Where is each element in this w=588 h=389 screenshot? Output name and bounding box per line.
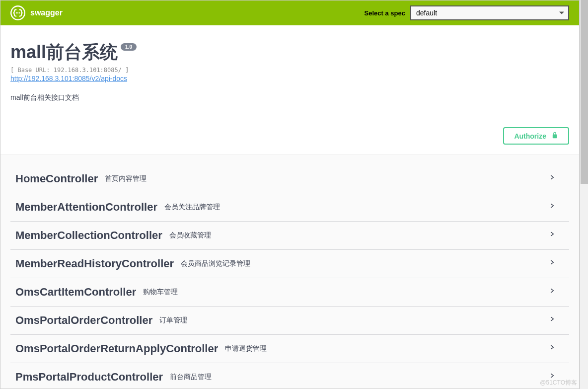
- main-scroll-container[interactable]: swagger Select a spec default mall前台系统 1…: [0, 0, 580, 389]
- spec-selector-label: Select a spec: [365, 9, 405, 17]
- api-version-badge: 1.0: [121, 43, 137, 51]
- tag-header[interactable]: MemberCollectionController会员收藏管理: [10, 222, 569, 249]
- svg-point-1: [16, 12, 17, 13]
- tag-description: 会员关注品牌管理: [164, 203, 549, 212]
- tag-section: MemberReadHistoryController会员商品浏览记录管理: [10, 250, 569, 278]
- svg-point-3: [19, 12, 20, 13]
- tag-name: MemberReadHistoryController: [15, 257, 174, 270]
- topbar: swagger Select a spec default: [0, 0, 579, 25]
- tag-name: OmsCartItemController: [15, 286, 136, 299]
- tag-name: HomeController: [15, 172, 98, 185]
- tag-section: OmsPortalOrderReturnApplyController申请退货管…: [10, 335, 569, 363]
- scheme-container: Authorize: [0, 117, 579, 155]
- tag-header[interactable]: MemberReadHistoryController会员商品浏览记录管理: [10, 250, 569, 278]
- chevron-right-icon: [549, 287, 559, 297]
- svg-point-2: [17, 12, 18, 13]
- api-description: mall前台相关接口文档: [10, 93, 569, 102]
- authorize-button[interactable]: Authorize: [503, 127, 569, 145]
- lock-icon: [551, 132, 558, 140]
- scrollbar-thumb[interactable]: [581, 0, 588, 184]
- chevron-right-icon: [549, 231, 559, 240]
- tag-description: 首页内容管理: [105, 174, 549, 183]
- tag-header[interactable]: OmsCartItemController购物车管理: [10, 278, 569, 306]
- tag-section: MemberCollectionController会员收藏管理: [10, 222, 569, 250]
- tag-description: 申请退货管理: [225, 344, 549, 353]
- chevron-right-icon: [549, 344, 559, 354]
- tag-section: MemberAttentionController会员关注品牌管理: [10, 193, 569, 222]
- chevron-right-icon: [549, 315, 559, 325]
- spec-select[interactable]: default: [410, 5, 569, 20]
- tag-name: MemberAttentionController: [15, 201, 157, 214]
- tag-header[interactable]: MemberAttentionController会员关注品牌管理: [10, 193, 569, 221]
- swagger-logo-icon: [10, 5, 25, 20]
- api-docs-link[interactable]: http://192.168.3.101:8085/v2/api-docs: [10, 75, 127, 82]
- chevron-right-icon: [549, 174, 559, 184]
- tag-name: MemberCollectionController: [15, 229, 162, 242]
- swagger-logo: swagger: [10, 5, 63, 20]
- tag-section: PmsPortalProductController前台商品管理: [10, 363, 569, 389]
- tag-name: OmsPortalOrderReturnApplyController: [15, 342, 218, 355]
- scrollbar-track[interactable]: [580, 0, 588, 389]
- tag-description: 购物车管理: [143, 288, 549, 297]
- chevron-right-icon: [549, 202, 559, 212]
- tag-header[interactable]: OmsPortalOrderReturnApplyController申请退货管…: [10, 335, 569, 363]
- tag-section: OmsPortalOrderController订单管理: [10, 307, 569, 335]
- tag-header[interactable]: HomeController首页内容管理: [10, 165, 569, 193]
- tag-header[interactable]: PmsPortalProductController前台商品管理: [10, 363, 569, 389]
- spec-selector: Select a spec default: [365, 5, 569, 20]
- tag-description: 前台商品管理: [170, 373, 549, 382]
- swagger-logo-text: swagger: [30, 8, 63, 17]
- watermark: @51CTO博客: [540, 379, 577, 387]
- base-url: [ Base URL: 192.168.3.101:8085/ ]: [10, 67, 569, 74]
- tag-name: OmsPortalOrderController: [15, 314, 152, 327]
- tag-description: 会员收藏管理: [169, 231, 549, 240]
- tag-name: PmsPortalProductController: [15, 371, 163, 384]
- tag-description: 订单管理: [159, 316, 549, 325]
- api-title: mall前台系统: [10, 40, 118, 65]
- tag-header[interactable]: OmsPortalOrderController订单管理: [10, 307, 569, 334]
- chevron-right-icon: [549, 259, 559, 269]
- api-info: mall前台系统 1.0 [ Base URL: 192.168.3.101:8…: [0, 25, 579, 117]
- tag-section: OmsCartItemController购物车管理: [10, 278, 569, 307]
- tag-section: HomeController首页内容管理: [10, 165, 569, 193]
- authorize-label: Authorize: [514, 132, 546, 140]
- tags-container: HomeController首页内容管理MemberAttentionContr…: [0, 155, 579, 389]
- tag-description: 会员商品浏览记录管理: [181, 259, 549, 268]
